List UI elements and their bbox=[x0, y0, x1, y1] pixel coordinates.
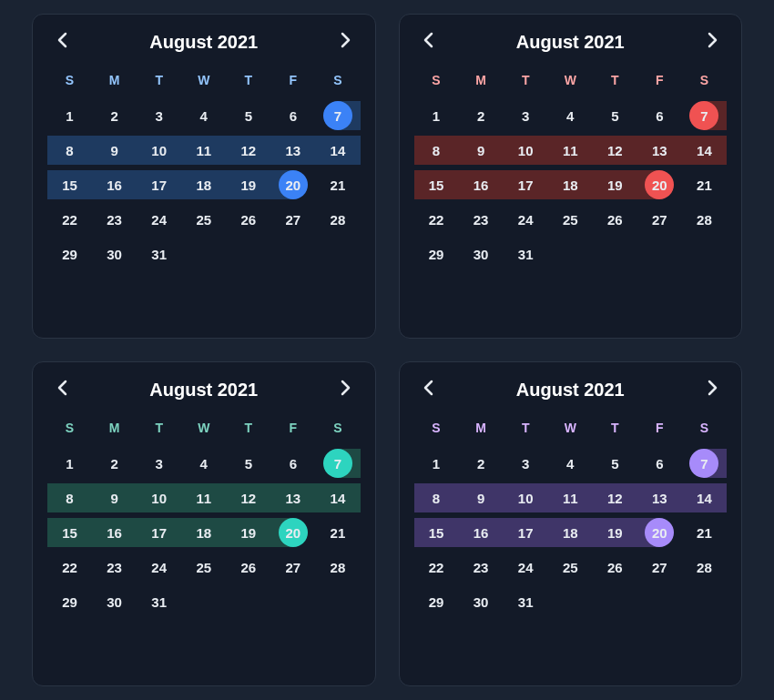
day-cell[interactable]: 4 bbox=[548, 98, 593, 133]
day-cell[interactable]: 16 bbox=[92, 515, 137, 550]
day-cell[interactable]: 20 bbox=[270, 167, 315, 202]
day-cell[interactable]: 28 bbox=[682, 550, 727, 584]
day-cell[interactable]: 16 bbox=[459, 167, 504, 202]
day-cell[interactable]: 15 bbox=[414, 167, 459, 202]
day-cell[interactable]: 4 bbox=[181, 446, 226, 481]
day-cell[interactable]: 13 bbox=[270, 133, 315, 167]
day-cell[interactable]: 6 bbox=[270, 446, 315, 481]
day-cell[interactable]: 29 bbox=[47, 237, 92, 271]
day-cell[interactable]: 29 bbox=[414, 237, 459, 271]
day-cell[interactable]: 16 bbox=[92, 167, 137, 202]
day-cell[interactable]: 23 bbox=[92, 202, 137, 237]
day-cell[interactable]: 17 bbox=[504, 167, 548, 202]
day-cell[interactable]: 12 bbox=[593, 481, 637, 515]
day-cell[interactable]: 5 bbox=[226, 98, 270, 133]
day-cell[interactable]: 24 bbox=[137, 202, 181, 237]
day-cell[interactable]: 30 bbox=[92, 237, 137, 271]
day-cell[interactable]: 18 bbox=[548, 167, 593, 202]
day-cell[interactable]: 10 bbox=[504, 481, 548, 515]
day-cell[interactable]: 3 bbox=[137, 98, 181, 133]
day-cell[interactable]: 15 bbox=[47, 515, 92, 550]
day-cell[interactable]: 12 bbox=[226, 133, 270, 167]
day-cell[interactable]: 26 bbox=[226, 550, 270, 584]
day-cell[interactable]: 1 bbox=[414, 446, 459, 481]
day-cell[interactable]: 4 bbox=[181, 98, 226, 133]
day-cell[interactable]: 2 bbox=[92, 446, 137, 481]
day-cell[interactable]: 19 bbox=[593, 167, 637, 202]
next-month-button[interactable] bbox=[701, 379, 723, 401]
day-cell[interactable]: 7 bbox=[315, 446, 360, 481]
day-cell[interactable]: 9 bbox=[92, 133, 137, 167]
day-cell[interactable]: 16 bbox=[459, 515, 504, 550]
day-cell[interactable]: 26 bbox=[593, 550, 637, 584]
day-cell[interactable]: 30 bbox=[459, 237, 504, 271]
day-cell[interactable]: 18 bbox=[548, 515, 593, 550]
day-cell[interactable]: 20 bbox=[637, 515, 682, 550]
day-cell[interactable]: 6 bbox=[637, 446, 682, 481]
day-cell[interactable]: 9 bbox=[459, 133, 504, 167]
day-cell[interactable]: 8 bbox=[47, 133, 92, 167]
day-cell[interactable]: 29 bbox=[47, 584, 92, 619]
day-cell[interactable]: 27 bbox=[270, 550, 315, 584]
day-cell[interactable]: 23 bbox=[459, 202, 504, 237]
day-cell[interactable]: 9 bbox=[92, 481, 137, 515]
day-cell[interactable]: 11 bbox=[548, 133, 593, 167]
next-month-button[interactable] bbox=[335, 31, 357, 53]
day-cell[interactable]: 25 bbox=[181, 550, 226, 584]
day-cell[interactable]: 18 bbox=[181, 167, 226, 202]
day-cell[interactable]: 23 bbox=[459, 550, 504, 584]
day-cell[interactable]: 1 bbox=[47, 446, 92, 481]
day-cell[interactable]: 9 bbox=[459, 481, 504, 515]
day-cell[interactable]: 26 bbox=[226, 202, 270, 237]
day-cell[interactable]: 3 bbox=[137, 446, 181, 481]
next-month-button[interactable] bbox=[335, 379, 357, 401]
day-cell[interactable]: 14 bbox=[682, 481, 727, 515]
day-cell[interactable]: 6 bbox=[637, 98, 682, 133]
day-cell[interactable]: 8 bbox=[414, 481, 459, 515]
day-cell[interactable]: 3 bbox=[504, 446, 548, 481]
day-cell[interactable]: 30 bbox=[459, 584, 504, 619]
day-cell[interactable]: 12 bbox=[593, 133, 637, 167]
day-cell[interactable]: 8 bbox=[414, 133, 459, 167]
day-cell[interactable]: 31 bbox=[504, 584, 548, 619]
day-cell[interactable]: 26 bbox=[593, 202, 637, 237]
day-cell[interactable]: 7 bbox=[682, 446, 727, 481]
day-cell[interactable]: 31 bbox=[137, 237, 181, 271]
day-cell[interactable]: 20 bbox=[270, 515, 315, 550]
day-cell[interactable]: 21 bbox=[682, 515, 727, 550]
day-cell[interactable]: 2 bbox=[92, 98, 137, 133]
day-cell[interactable]: 1 bbox=[47, 98, 92, 133]
day-cell[interactable]: 29 bbox=[414, 584, 459, 619]
day-cell[interactable]: 21 bbox=[682, 167, 727, 202]
day-cell[interactable]: 28 bbox=[315, 550, 360, 584]
day-cell[interactable]: 23 bbox=[92, 550, 137, 584]
day-cell[interactable]: 19 bbox=[226, 515, 270, 550]
day-cell[interactable]: 6 bbox=[270, 98, 315, 133]
day-cell[interactable]: 15 bbox=[47, 167, 92, 202]
day-cell[interactable]: 13 bbox=[637, 133, 682, 167]
day-cell[interactable]: 31 bbox=[137, 584, 181, 619]
day-cell[interactable]: 5 bbox=[593, 446, 637, 481]
day-cell[interactable]: 28 bbox=[682, 202, 727, 237]
day-cell[interactable]: 21 bbox=[315, 515, 360, 550]
day-cell[interactable]: 27 bbox=[270, 202, 315, 237]
day-cell[interactable]: 22 bbox=[414, 202, 459, 237]
day-cell[interactable]: 17 bbox=[137, 515, 181, 550]
day-cell[interactable]: 11 bbox=[181, 133, 226, 167]
day-cell[interactable]: 11 bbox=[548, 481, 593, 515]
day-cell[interactable]: 24 bbox=[137, 550, 181, 584]
day-cell[interactable]: 13 bbox=[637, 481, 682, 515]
day-cell[interactable]: 24 bbox=[504, 202, 548, 237]
day-cell[interactable]: 17 bbox=[137, 167, 181, 202]
day-cell[interactable]: 13 bbox=[270, 481, 315, 515]
day-cell[interactable]: 25 bbox=[548, 202, 593, 237]
day-cell[interactable]: 19 bbox=[593, 515, 637, 550]
day-cell[interactable]: 31 bbox=[504, 237, 548, 271]
day-cell[interactable]: 2 bbox=[459, 446, 504, 481]
day-cell[interactable]: 14 bbox=[315, 133, 360, 167]
day-cell[interactable]: 1 bbox=[414, 98, 459, 133]
prev-month-button[interactable] bbox=[418, 31, 440, 53]
day-cell[interactable]: 18 bbox=[181, 515, 226, 550]
day-cell[interactable]: 25 bbox=[181, 202, 226, 237]
prev-month-button[interactable] bbox=[51, 31, 73, 53]
